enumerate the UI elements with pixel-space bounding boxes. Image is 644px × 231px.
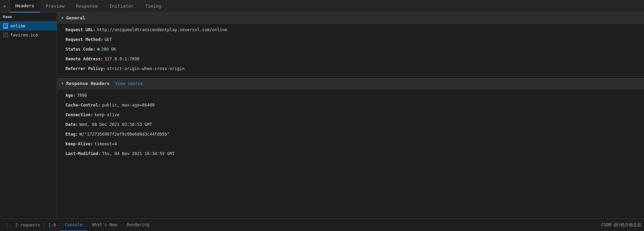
tab-close-button[interactable]: × — [0, 0, 10, 12]
tab-timing[interactable]: Timing — [140, 0, 167, 12]
keep-alive-key: Keep-Alive: — [66, 141, 93, 147]
date-value: Wed, 08 Dec 2021 03:30:53 GMT — [79, 121, 152, 128]
remote-address-value: 127.0.0.1:7890 — [104, 56, 139, 62]
response-headers-arrow-icon: ▼ — [61, 82, 63, 85]
header-row-remote-address: Remote Address: 127.0.0.1:7890 — [57, 54, 644, 64]
bottom-tab-rendering[interactable]: Rendering — [122, 219, 154, 231]
remote-address-key: Remote Address: — [66, 56, 103, 62]
response-headers-title: Response Headers — [66, 81, 110, 86]
header-row-keep-alive: Keep-Alive: timeout=4 — [57, 139, 644, 149]
requests-count: 2 requests — [15, 223, 40, 228]
header-row-referrer-policy: Referrer Policy: strict-origin-when-cros… — [57, 64, 644, 74]
doc-icon — [3, 23, 8, 29]
request-method-key: Request Method: — [66, 36, 103, 43]
connection-value: keep-alive — [94, 112, 119, 118]
view-source-button[interactable]: View source — [115, 81, 142, 86]
status-code-key: Status Code: — [66, 46, 96, 52]
tab-preview[interactable]: Preview — [40, 0, 71, 12]
last-modified-value: Thu, 04 Nov 2021 16:34:59 GMT — [102, 151, 175, 157]
request-method-value: GET — [104, 36, 112, 43]
etag-value: W/"1727356907f2ef9c00e6d0d3c44fd95b" — [79, 131, 169, 137]
status-separator: | — [43, 223, 45, 228]
header-row-status-code: Status Code: 200 OK — [57, 44, 644, 54]
general-section-header[interactable]: ▼ General — [57, 12, 644, 24]
bottom-status: 2 requests | 1.0 — [15, 223, 56, 228]
requests-size: 1.0 — [48, 223, 56, 228]
general-section-title: General — [66, 15, 85, 20]
right-panel: ▼ General Request URL: http://uniqueoldt… — [57, 12, 644, 219]
tabs-bar: × Headers Preview Response Initiator Tim… — [0, 0, 644, 12]
network-item-online[interactable]: online — [0, 22, 57, 31]
bottom-tab-console[interactable]: Console — [60, 219, 87, 231]
bottom-watermark: CSDN @行稳方能走远 — [601, 222, 641, 228]
tab-response[interactable]: Response — [71, 0, 104, 12]
network-item-favicon[interactable]: favicon.ico — [0, 31, 57, 40]
bottom-left: ⋮ 2 requests | 1.0 Console What's New Re… — [3, 219, 154, 231]
network-item-name-online: online — [10, 24, 25, 28]
network-item-name-favicon: favicon.ico — [10, 33, 38, 37]
left-panel: Name online favicon.ico — [0, 12, 57, 219]
header-row-last-modified: Last-Modified: Thu, 04 Nov 2021 16:34:59… — [57, 149, 644, 159]
header-row-connection: Connection: keep-alive — [57, 110, 644, 120]
age-value: 7896 — [77, 92, 87, 99]
tab-initiator[interactable]: Initiator — [104, 0, 139, 12]
date-key: Date: — [66, 121, 78, 128]
response-headers-content: Age: 7896 Cache-Control: public, max-age… — [57, 89, 644, 160]
referrer-policy-key: Referrer Policy: — [66, 66, 106, 72]
bottom-bar: ⋮ 2 requests | 1.0 Console What's New Re… — [0, 219, 644, 231]
request-url-value: http://uniqueoldtranscendentplay.neverss… — [97, 27, 227, 33]
age-key: Age: — [66, 92, 76, 99]
cache-control-value: public, max-age=86400 — [102, 102, 155, 108]
header-row-age: Age: 7896 — [57, 91, 644, 100]
request-url-key: Request URL: — [66, 27, 96, 33]
main-area: Name online favicon.ico ▼ General Reques… — [0, 12, 644, 219]
tab-headers[interactable]: Headers — [10, 0, 40, 12]
header-row-cache-control: Cache-Control: public, max-age=86400 — [57, 100, 644, 110]
section-divider — [57, 76, 644, 77]
dots-menu-button[interactable]: ⋮ — [3, 219, 11, 231]
status-code-value: 200 OK — [101, 46, 116, 52]
response-headers-section-header[interactable]: ▼ Response Headers View source — [57, 78, 644, 89]
bottom-tabs: Console What's New Rendering — [60, 219, 154, 231]
left-panel-header: Name — [0, 12, 57, 22]
keep-alive-value: timeout=4 — [94, 141, 117, 147]
connection-key: Connection: — [66, 112, 93, 118]
header-row-request-method: Request Method: GET — [57, 35, 644, 44]
general-section-content: Request URL: http://uniqueoldtranscenden… — [57, 24, 644, 75]
status-dot-icon — [97, 48, 100, 51]
bottom-tab-whats-new[interactable]: What's New — [87, 219, 122, 231]
header-row-date: Date: Wed, 08 Dec 2021 03:30:53 GMT — [57, 120, 644, 129]
etag-key: Etag: — [66, 131, 78, 137]
last-modified-key: Last-Modified: — [66, 151, 101, 157]
favicon-icon — [3, 32, 8, 38]
header-row-request-url: Request URL: http://uniqueoldtranscenden… — [57, 25, 644, 35]
general-arrow-icon: ▼ — [61, 16, 63, 20]
cache-control-key: Cache-Control: — [66, 102, 101, 108]
header-row-etag: Etag: W/"1727356907f2ef9c00e6d0d3c44fd95… — [57, 129, 644, 139]
referrer-policy-value: strict-origin-when-cross-origin — [107, 66, 185, 72]
